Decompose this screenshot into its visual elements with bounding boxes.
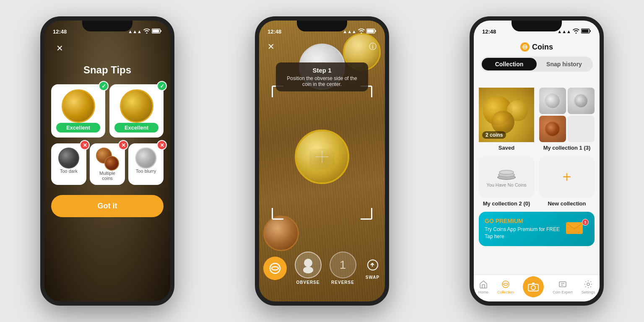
cam-info-button[interactable]: ⓘ	[369, 42, 377, 52]
svg-rect-2	[161, 30, 161, 32]
svg-rect-17	[566, 227, 583, 234]
signal-icon: ▲▲▲	[128, 29, 142, 34]
signal-icon-2: ▲▲▲	[343, 29, 356, 34]
x-mark-2: ✕	[118, 140, 128, 150]
coins-logo	[520, 42, 530, 52]
plus-icon: +	[562, 168, 571, 186]
bottom-controls: OBVERSE 1 REVERSE SWAP	[259, 252, 385, 285]
collection1-card[interactable]: My collection 1 (3)	[539, 88, 595, 151]
wifi-icon	[143, 29, 150, 34]
cam-coin-bottom-left	[263, 216, 299, 251]
status-right-3: ▲▲▲	[557, 29, 591, 34]
mini-coin-2	[574, 94, 588, 108]
saved-label: Saved	[479, 145, 534, 151]
notch-3	[512, 21, 562, 31]
time: 12:48	[53, 29, 67, 35]
coin-blurry	[135, 148, 156, 169]
collection-nav-label: Collection	[497, 290, 514, 294]
no-coins-card: You Have No Coins My collection 2 (0)	[479, 156, 534, 207]
reverse-button[interactable]: 1 REVERSE	[330, 252, 356, 285]
tip-card-blurry: ✕ Too blurry	[128, 143, 164, 185]
coin-gold-2	[120, 89, 153, 123]
obverse-button[interactable]: OBVERSE	[295, 252, 322, 285]
svg-point-8	[304, 259, 312, 267]
swap-button[interactable]: SWAP	[364, 257, 381, 280]
step-tooltip: Step 1 Position the obverse side of the …	[276, 62, 368, 91]
coin-shine-4	[265, 217, 298, 250]
coin-gold-1	[62, 89, 95, 123]
battery-icon	[152, 29, 162, 34]
collection-content: 2 coins Saved My co	[474, 83, 600, 275]
excellent-badge-2: Excellent	[114, 123, 158, 132]
coin-dark	[58, 148, 79, 169]
new-collection-label: New collection	[539, 200, 595, 207]
bad-label-3: Too blurry	[136, 169, 156, 174]
tab-snap-history[interactable]: Snap history	[537, 58, 592, 70]
nav-settings[interactable]: Settings	[582, 279, 595, 294]
notification-badge: 1	[582, 219, 589, 226]
stack-disk-3	[499, 170, 514, 175]
excellent-badge-1: Excellent	[56, 123, 100, 132]
coin-multi-2	[104, 156, 119, 171]
nav-coin-expert[interactable]: Coin Expert	[553, 279, 572, 294]
obverse-label: OBVERSE	[296, 280, 320, 285]
svg-rect-4	[367, 30, 374, 33]
checkmark-2: ✓	[157, 81, 167, 91]
scan-frame	[272, 86, 372, 220]
time-2: 12:48	[267, 29, 281, 35]
no-coins-label: You Have No Coins	[486, 182, 527, 187]
got-it-button[interactable]: Got it	[51, 195, 164, 217]
coins-multiple	[96, 148, 119, 171]
cam-close-button[interactable]: ✕	[267, 42, 275, 52]
checkmark-1: ✓	[99, 81, 109, 91]
phone-snap-tips: 12:48 ▲▲▲ ✕ Snap Tips ✓	[40, 16, 174, 306]
obverse-circle	[295, 252, 322, 278]
phone-collection: 12:48 ▲▲▲	[470, 16, 604, 306]
tip-card-dark: ✕ Too dark	[51, 143, 86, 185]
tip-card-excellent-2: ✓ Excellent	[109, 84, 164, 138]
saved-card-image: 2 coins	[479, 88, 534, 142]
settings-icon	[583, 279, 593, 289]
saved-collection-card[interactable]: 2 coins Saved	[479, 88, 534, 151]
nav-home[interactable]: Home	[478, 279, 488, 294]
premium-sub1: Try Coins App Premium for FREE	[485, 226, 561, 233]
collection2-label: My collection 2 (0)	[479, 200, 534, 207]
phone1-content: Snap Tips ✓ Excellent ✓ Excellent ✕ Too …	[44, 39, 170, 301]
bad-label-1: Too dark	[60, 169, 78, 174]
mini-coin-slot-1	[539, 88, 566, 114]
wifi-icon-3	[573, 29, 579, 34]
premium-text: GO PREMIUM Try Coins App Premium for FRE…	[485, 218, 561, 240]
good-tips-grid: ✓ Excellent ✓ Excellent	[51, 84, 164, 138]
segment-control: Collection Snap history	[480, 57, 593, 72]
go-premium-headline: GO PREMIUM	[485, 218, 561, 224]
stack-icon	[497, 166, 516, 180]
collection1-label: My collection 1 (3)	[539, 145, 595, 151]
nav-collection[interactable]: Collection	[497, 279, 514, 294]
collection-grid-row2: You Have No Coins My collection 2 (0) + …	[479, 156, 595, 207]
svg-rect-1	[153, 30, 159, 33]
no-coins-box: You Have No Coins	[479, 156, 534, 198]
mini-coin-1	[545, 93, 561, 109]
bad-label-2: Multiple coins	[94, 171, 121, 181]
nav-camera[interactable]	[523, 276, 544, 297]
battery-icon-2	[366, 29, 377, 34]
home-label: Home	[478, 290, 488, 294]
coins-count: 2 coins	[482, 131, 506, 139]
svg-rect-13	[590, 30, 591, 32]
close-button[interactable]: ✕	[53, 42, 66, 55]
camera-nav-button[interactable]	[523, 276, 544, 297]
premium-sub2: Tap here	[485, 233, 561, 240]
premium-banner[interactable]: GO PREMIUM Try Coins App Premium for FRE…	[479, 212, 595, 246]
battery-icon-3	[581, 29, 591, 34]
tab-collection[interactable]: Collection	[482, 58, 537, 70]
add-card-box: +	[539, 156, 595, 198]
x-mark-3: ✕	[157, 140, 167, 150]
svg-rect-12	[582, 30, 589, 33]
corner-br	[361, 208, 372, 220]
collection-icon	[501, 279, 511, 289]
new-collection-card[interactable]: + New collection	[539, 156, 595, 207]
app-logo-button[interactable]	[263, 257, 287, 280]
saved-coin-3	[491, 111, 514, 134]
settings-label: Settings	[582, 290, 595, 294]
mini-coin-slot-2	[568, 88, 595, 114]
